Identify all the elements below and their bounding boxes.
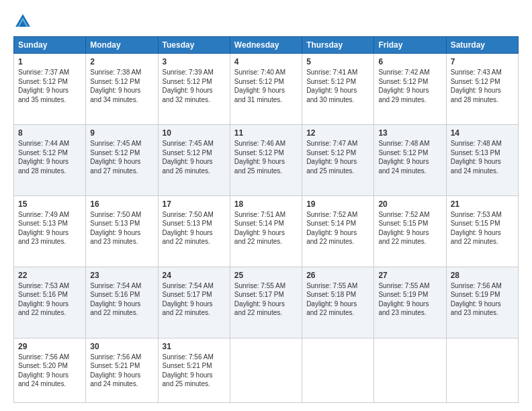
sunset-info: Sunset: 5:13 PM	[451, 149, 500, 156]
daylight-info: Daylight: 9 hours and 24 minutes.	[378, 158, 429, 175]
day-number: 18	[234, 199, 298, 210]
day-cell-30: 30 Sunrise: 7:56 AM Sunset: 5:21 PM Dayl…	[86, 338, 158, 403]
sunset-info: Sunset: 5:12 PM	[18, 78, 68, 85]
sunset-info: Sunset: 5:12 PM	[306, 78, 356, 85]
day-number: 1	[18, 56, 81, 67]
sunset-info: Sunset: 5:12 PM	[234, 149, 284, 156]
sunset-info: Sunset: 5:13 PM	[18, 220, 68, 227]
day-number: 9	[90, 128, 153, 138]
sunset-info: Sunset: 5:12 PM	[378, 149, 428, 156]
calendar-week-3: 15 Sunrise: 7:49 AM Sunset: 5:13 PM Dayl…	[14, 195, 519, 267]
day-number: 23	[90, 270, 153, 281]
sunrise-info: Sunrise: 7:55 AM	[378, 282, 429, 289]
header	[13, 12, 519, 31]
daylight-info: Daylight: 9 hours and 23 minutes.	[18, 229, 69, 246]
sunset-info: Sunset: 5:12 PM	[90, 78, 140, 85]
daylight-info: Daylight: 9 hours and 28 minutes.	[451, 87, 501, 103]
sunset-info: Sunset: 5:21 PM	[90, 362, 140, 369]
sunset-info: Sunset: 5:16 PM	[90, 291, 140, 298]
sunset-info: Sunset: 5:15 PM	[378, 220, 428, 227]
sunset-info: Sunset: 5:13 PM	[90, 220, 140, 227]
day-cell-17: 17 Sunrise: 7:50 AM Sunset: 5:13 PM Dayl…	[158, 195, 230, 267]
sunset-info: Sunset: 5:12 PM	[234, 78, 284, 85]
day-cell-20: 20 Sunrise: 7:52 AM Sunset: 5:15 PM Dayl…	[374, 195, 446, 267]
day-cell-14: 14 Sunrise: 7:48 AM Sunset: 5:13 PM Dayl…	[446, 124, 518, 195]
sunrise-info: Sunrise: 7:41 AM	[306, 68, 357, 76]
sunrise-info: Sunrise: 7:48 AM	[378, 140, 429, 147]
day-cell-29: 29 Sunrise: 7:56 AM Sunset: 5:20 PM Dayl…	[14, 338, 86, 403]
daylight-info: Daylight: 9 hours and 30 minutes.	[306, 87, 357, 103]
sunrise-info: Sunrise: 7:53 AM	[18, 282, 69, 289]
sunrise-info: Sunrise: 7:37 AM	[18, 68, 69, 76]
daylight-info: Daylight: 9 hours and 27 minutes.	[90, 158, 140, 175]
sunset-info: Sunset: 5:12 PM	[163, 149, 212, 156]
daylight-info: Daylight: 9 hours and 29 minutes.	[378, 87, 429, 103]
calendar-week-5: 29 Sunrise: 7:56 AM Sunset: 5:20 PM Dayl…	[14, 338, 519, 403]
day-cell-25: 25 Sunrise: 7:55 AM Sunset: 5:17 PM Dayl…	[230, 267, 302, 338]
day-number: 30	[90, 341, 153, 352]
sunrise-info: Sunrise: 7:50 AM	[90, 211, 141, 218]
daylight-info: Daylight: 9 hours and 25 minutes.	[163, 371, 213, 388]
daylight-info: Daylight: 9 hours and 23 minutes.	[451, 300, 501, 317]
daylight-info: Daylight: 9 hours and 24 minutes.	[18, 371, 69, 388]
day-cell-21: 21 Sunrise: 7:53 AM Sunset: 5:15 PM Dayl…	[446, 195, 518, 267]
empty-cell	[302, 338, 374, 403]
day-number: 16	[90, 199, 153, 210]
sunset-info: Sunset: 5:12 PM	[163, 78, 212, 85]
header-tuesday: Tuesday	[158, 37, 230, 54]
sunrise-info: Sunrise: 7:38 AM	[90, 68, 141, 76]
day-number: 21	[451, 199, 514, 210]
day-number: 27	[378, 270, 441, 281]
sunset-info: Sunset: 5:13 PM	[163, 220, 212, 227]
daylight-info: Daylight: 9 hours and 23 minutes.	[378, 300, 429, 317]
sunrise-info: Sunrise: 7:44 AM	[18, 140, 69, 147]
sunrise-info: Sunrise: 7:40 AM	[234, 68, 285, 76]
day-cell-15: 15 Sunrise: 7:49 AM Sunset: 5:13 PM Dayl…	[14, 195, 86, 267]
header-wednesday: Wednesday	[230, 37, 302, 54]
sunset-info: Sunset: 5:19 PM	[451, 291, 500, 298]
sunset-info: Sunset: 5:21 PM	[163, 362, 212, 369]
day-number: 22	[18, 270, 81, 281]
daylight-info: Daylight: 9 hours and 35 minutes.	[18, 87, 69, 103]
day-cell-23: 23 Sunrise: 7:54 AM Sunset: 5:16 PM Dayl…	[86, 267, 158, 338]
header-friday: Friday	[374, 37, 446, 54]
day-cell-2: 2 Sunrise: 7:38 AM Sunset: 5:12 PM Dayli…	[86, 54, 158, 125]
day-cell-9: 9 Sunrise: 7:45 AM Sunset: 5:12 PM Dayli…	[86, 124, 158, 195]
day-number: 8	[18, 128, 81, 138]
sunset-info: Sunset: 5:14 PM	[306, 220, 356, 227]
day-number: 3	[163, 56, 226, 67]
sunrise-info: Sunrise: 7:52 AM	[378, 211, 429, 218]
daylight-info: Daylight: 9 hours and 25 minutes.	[306, 158, 357, 175]
day-cell-24: 24 Sunrise: 7:54 AM Sunset: 5:17 PM Dayl…	[158, 267, 230, 338]
daylight-info: Daylight: 9 hours and 22 minutes.	[306, 229, 357, 246]
day-cell-8: 8 Sunrise: 7:44 AM Sunset: 5:12 PM Dayli…	[14, 124, 86, 195]
day-cell-1: 1 Sunrise: 7:37 AM Sunset: 5:12 PM Dayli…	[14, 54, 86, 125]
daylight-info: Daylight: 9 hours and 24 minutes.	[451, 158, 501, 175]
calendar-week-2: 8 Sunrise: 7:44 AM Sunset: 5:12 PM Dayli…	[14, 124, 519, 195]
sunrise-info: Sunrise: 7:56 AM	[18, 353, 69, 361]
calendar-header-row: SundayMondayTuesdayWednesdayThursdayFrid…	[14, 37, 519, 54]
day-number: 19	[306, 199, 369, 210]
sunset-info: Sunset: 5:14 PM	[234, 220, 284, 227]
sunrise-info: Sunrise: 7:53 AM	[451, 211, 502, 218]
day-number: 7	[451, 56, 514, 67]
sunrise-info: Sunrise: 7:48 AM	[451, 140, 502, 147]
sunset-info: Sunset: 5:18 PM	[306, 291, 356, 298]
sunset-info: Sunset: 5:17 PM	[163, 291, 212, 298]
header-saturday: Saturday	[446, 37, 518, 54]
sunset-info: Sunset: 5:16 PM	[18, 291, 68, 298]
calendar-week-4: 22 Sunrise: 7:53 AM Sunset: 5:16 PM Dayl…	[14, 267, 519, 338]
day-cell-11: 11 Sunrise: 7:46 AM Sunset: 5:12 PM Dayl…	[230, 124, 302, 195]
sunset-info: Sunset: 5:12 PM	[306, 149, 356, 156]
day-cell-31: 31 Sunrise: 7:56 AM Sunset: 5:21 PM Dayl…	[158, 338, 230, 403]
sunset-info: Sunset: 5:20 PM	[18, 362, 68, 369]
sunrise-info: Sunrise: 7:56 AM	[163, 353, 214, 361]
day-number: 5	[306, 56, 369, 67]
daylight-info: Daylight: 9 hours and 22 minutes.	[306, 300, 357, 317]
sunrise-info: Sunrise: 7:55 AM	[306, 282, 357, 289]
sunrise-info: Sunrise: 7:42 AM	[378, 68, 429, 76]
day-number: 24	[163, 270, 226, 281]
day-cell-7: 7 Sunrise: 7:43 AM Sunset: 5:12 PM Dayli…	[446, 54, 518, 125]
logo	[13, 12, 35, 31]
daylight-info: Daylight: 9 hours and 22 minutes.	[234, 300, 285, 317]
